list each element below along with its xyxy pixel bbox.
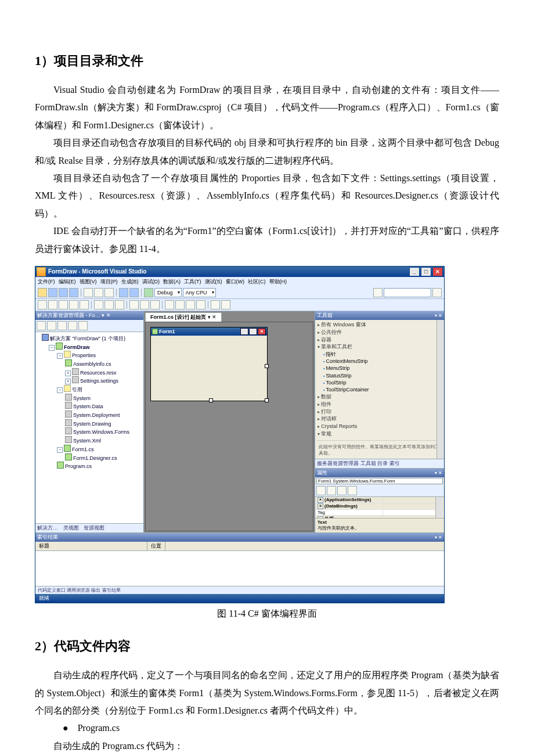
left-pane-tabs[interactable]: 解决方… 类视图 资源视图	[35, 523, 143, 532]
start-debug-icon[interactable]	[144, 288, 153, 297]
maximize-button[interactable]: □	[421, 267, 431, 276]
size-icon[interactable]	[150, 300, 160, 309]
tab-classview[interactable]: 类视图	[63, 525, 79, 531]
spacing-icon[interactable]	[175, 300, 185, 309]
project-node[interactable]: FormDraw	[64, 344, 90, 350]
solution-explorer-title[interactable]: 解决方案资源管理器 - Fo… ▾ ✕	[35, 311, 143, 320]
file-node[interactable]: Resources.resx	[80, 370, 117, 376]
toolbox-body[interactable]: 所有 Windows 窗体 公共控件 容器 菜单和工具栏 指针 ContextM…	[315, 320, 444, 459]
platform-combo[interactable]: Any CPU	[183, 288, 216, 297]
scrollbar[interactable]	[436, 320, 444, 459]
resize-handle[interactable]	[265, 364, 269, 368]
properties-toolbar[interactable]	[315, 485, 444, 497]
col-title[interactable]: 标题	[35, 542, 147, 550]
toolbox-category[interactable]: 对话框	[317, 415, 442, 423]
window-titlebar[interactable]: FormDraw - Microsoft Visual Studio _ □ ✕	[35, 267, 444, 277]
toolbox-tabs[interactable]: 服务器资源管理器 工具箱 目录 索引	[315, 459, 444, 468]
resize-handle[interactable]	[265, 398, 269, 402]
toolbar-icon[interactable]	[373, 288, 383, 297]
toolbox-category[interactable]: Crystal Reports	[317, 423, 442, 430]
toolbar-overflow-icon[interactable]	[432, 288, 442, 297]
copy-icon[interactable]	[94, 288, 103, 297]
redo-icon[interactable]	[129, 288, 139, 297]
menu-tools[interactable]: 工具(T)	[184, 278, 201, 286]
find-box[interactable]	[384, 288, 431, 297]
properties-object-combo[interactable]: Form1 System.Windows.Forms.Form	[316, 478, 443, 484]
save-icon[interactable]	[59, 288, 68, 297]
align-icon[interactable]	[115, 300, 124, 309]
tab-resourceview[interactable]: 资源视图	[84, 525, 104, 531]
menu-community[interactable]: 社区(C)	[248, 278, 266, 286]
toolbox-category[interactable]: 所有 Windows 窗体	[317, 321, 442, 329]
menu-file[interactable]: 文件(F)	[38, 278, 55, 286]
file-node[interactable]: Program.cs	[65, 463, 92, 469]
align-icon[interactable]	[38, 300, 47, 309]
menu-data[interactable]: 数据(A)	[163, 278, 181, 286]
spacing-icon[interactable]	[196, 300, 205, 309]
open-icon[interactable]	[48, 288, 57, 297]
spacing-icon[interactable]	[165, 300, 174, 309]
menu-window[interactable]: 窗口(W)	[226, 278, 245, 286]
properties-folder[interactable]: Properties	[72, 352, 96, 358]
config-combo[interactable]: Debug	[154, 288, 182, 297]
file-node[interactable]: Form1.cs	[72, 447, 94, 452]
toolbox-item[interactable]: ToolStrip	[317, 379, 442, 386]
toolbox-category[interactable]: 组件	[317, 401, 442, 408]
ref-node[interactable]: System.Windows.Forms	[73, 429, 129, 435]
refresh-icon[interactable]	[57, 321, 67, 330]
form-minimize-icon[interactable]: _	[240, 328, 248, 335]
toolbox-category[interactable]: 打印	[317, 408, 442, 416]
tab-solution[interactable]: 解决方…	[37, 525, 58, 531]
ref-node[interactable]: System.Deployment	[73, 412, 120, 418]
index-results-body[interactable]	[35, 551, 444, 586]
save-all-icon[interactable]	[69, 288, 78, 297]
ref-node[interactable]: System	[73, 395, 91, 401]
menu-debug[interactable]: 调试(D)	[142, 278, 160, 286]
form-close-icon[interactable]: ✕	[258, 328, 266, 335]
align-icon[interactable]	[59, 300, 68, 309]
toolbox-category[interactable]: 公共控件	[317, 329, 442, 336]
references-folder[interactable]: 引用	[72, 387, 82, 393]
align-icon[interactable]	[69, 300, 78, 309]
form-preview[interactable]: Form1 _ □ ✕	[150, 327, 268, 401]
scrollbar[interactable]	[435, 497, 443, 518]
alpha-icon[interactable]	[327, 486, 336, 495]
ref-node[interactable]: System.Data	[73, 404, 103, 409]
order-icon[interactable]	[221, 300, 230, 309]
layout-toolbar[interactable]	[35, 299, 444, 311]
undo-icon[interactable]	[119, 288, 128, 297]
new-project-icon[interactable]	[38, 288, 47, 297]
document-tab[interactable]: Form1.cs [设计] 起始页 ▾ ✕	[145, 312, 222, 322]
menu-help[interactable]: 帮助(H)	[269, 278, 287, 286]
solution-toolbar[interactable]	[35, 320, 143, 332]
menu-project[interactable]: 项目(P)	[100, 278, 118, 286]
menu-edit[interactable]: 编辑(E)	[59, 278, 76, 286]
col-location[interactable]: 位置	[147, 542, 165, 550]
ref-node[interactable]: System.Xml	[73, 438, 101, 444]
bottom-tabs-row[interactable]: 代码定义窗口 调用浏览器 输出 索引结果	[35, 586, 444, 594]
design-surface[interactable]: Form1 _ □ ✕	[145, 322, 313, 531]
solution-tree[interactable]: 解决方案 "FormDraw" (1 个项目) −FormDraw −Prope…	[35, 332, 143, 523]
menu-view[interactable]: 视图(V)	[80, 278, 97, 286]
order-icon[interactable]	[211, 300, 220, 309]
file-node[interactable]: Settings.settings	[80, 378, 118, 384]
properties-icon[interactable]	[37, 321, 46, 330]
toolbox-item[interactable]: ContextMenuStrip	[317, 358, 442, 365]
paste-icon[interactable]	[104, 288, 114, 297]
resize-handle[interactable]	[209, 398, 213, 402]
index-results-header[interactable]: 标题 位置	[35, 542, 444, 551]
align-icon[interactable]	[104, 300, 114, 309]
file-node[interactable]: Form1.Designer.cs	[73, 455, 117, 461]
menu-build[interactable]: 生成(B)	[121, 278, 139, 286]
toolbox-item[interactable]: MenuStrip	[317, 365, 442, 372]
align-icon[interactable]	[48, 300, 57, 309]
toolbox-item[interactable]: StatusStrip	[317, 372, 442, 379]
view-designer-icon[interactable]	[78, 321, 88, 330]
minimize-button[interactable]: _	[409, 267, 420, 276]
property-grid[interactable]: +(ApplicationSettings) +(DataBindings) T…	[316, 497, 443, 518]
props-icon[interactable]	[337, 486, 347, 495]
file-node[interactable]: AssemblyInfo.cs	[73, 361, 111, 367]
view-code-icon[interactable]	[68, 321, 77, 330]
ref-node[interactable]: System.Drawing	[73, 421, 111, 427]
main-toolbar[interactable]: Debug Any CPU	[35, 287, 444, 299]
